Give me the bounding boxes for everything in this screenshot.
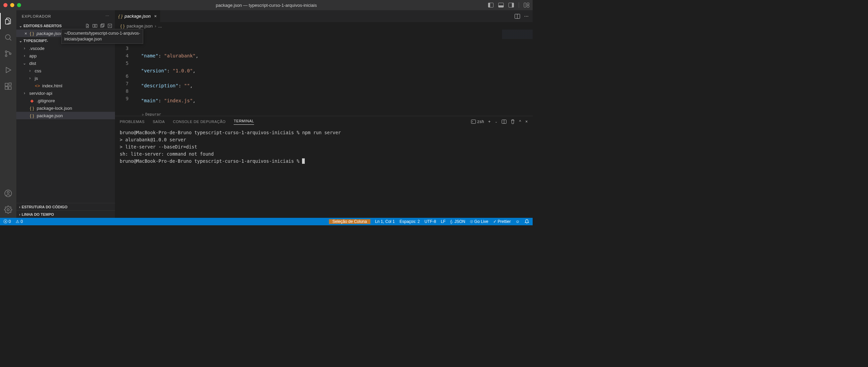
maximize-panel-icon[interactable]: ^ — [519, 119, 521, 124]
activity-extensions-icon[interactable] — [0, 78, 16, 94]
json-braces-icon: { } — [120, 23, 124, 29]
status-go-live[interactable]: ⦾ Go Live — [470, 219, 488, 224]
svg-rect-8 — [527, 5, 529, 7]
panel-tab-terminal[interactable]: TERMINAL — [234, 119, 254, 125]
panel-tab-output[interactable]: SAÍDA — [153, 120, 165, 124]
svg-rect-14 — [5, 87, 8, 89]
activity-debug-icon[interactable] — [0, 62, 16, 78]
toggle-layout-icon[interactable] — [93, 23, 97, 28]
svg-rect-15 — [9, 87, 11, 89]
tab-more-icon[interactable]: ⋯ — [524, 14, 529, 19]
kill-terminal-icon[interactable] — [511, 119, 515, 124]
svg-point-11 — [5, 55, 7, 57]
minimap[interactable] — [502, 30, 533, 116]
activity-bar — [0, 10, 16, 218]
open-file-label: package.json — [37, 31, 63, 36]
git-icon: ◆ — [29, 98, 35, 103]
file-package-json[interactable]: { }package.json — [16, 112, 115, 119]
activity-account-icon[interactable] — [0, 185, 16, 202]
window-close-icon[interactable] — [3, 3, 7, 7]
folder-js[interactable]: ›js — [16, 74, 115, 82]
window-zoom-icon[interactable] — [17, 3, 21, 7]
status-eol[interactable]: LF — [441, 219, 446, 224]
status-feedback-icon[interactable]: ☺ — [516, 219, 520, 224]
panel-tab-debug-console[interactable]: CONSOLE DE DEPURAÇÃO — [173, 120, 226, 124]
close-panel-icon[interactable]: × — [525, 119, 528, 124]
status-column-selection[interactable]: Seleção de Coluna — [329, 219, 370, 224]
activity-scm-icon[interactable] — [0, 46, 16, 62]
activity-settings-icon[interactable] — [0, 202, 16, 218]
panel-toggle-right-icon[interactable] — [508, 3, 514, 7]
window-title: package.json — typescript-curso-1-arquiv… — [216, 3, 317, 8]
svg-point-10 — [5, 51, 7, 53]
close-all-icon[interactable] — [107, 23, 112, 28]
svg-rect-16 — [9, 83, 11, 85]
save-all-icon[interactable] — [100, 23, 105, 28]
folder-css[interactable]: ›css — [16, 67, 115, 74]
outline-header[interactable]: ›ESTRUTURA DO CÓDIGO — [16, 203, 115, 210]
split-editor-icon[interactable] — [515, 14, 520, 19]
breadcrumb[interactable]: { } package.json › ... — [115, 22, 533, 30]
new-terminal-icon[interactable]: + — [488, 119, 491, 124]
code-content[interactable]: { "name": "alurabank", "version": "1.0.0… — [135, 30, 533, 116]
close-editor-icon[interactable]: × — [24, 31, 27, 36]
status-encoding[interactable]: UTF-8 — [424, 219, 436, 224]
terminal[interactable]: bruno@MacBook-Pro-de-Bruno typescript-cu… — [115, 127, 533, 218]
svg-point-12 — [10, 53, 11, 55]
new-file-icon[interactable] — [85, 23, 90, 28]
panel-toggle-left-icon[interactable] — [488, 3, 494, 7]
svg-point-19 — [7, 209, 9, 211]
svg-rect-22 — [101, 25, 103, 28]
status-prettier[interactable]: ✓ Prettier — [493, 219, 511, 224]
svg-rect-27 — [471, 120, 476, 124]
svg-rect-21 — [95, 24, 97, 28]
svg-rect-20 — [93, 24, 95, 28]
titlebar: package.json — typescript-curso-1-arquiv… — [0, 0, 533, 10]
sidebar: EXPLORADOR ⋯ ⌄ EDITORES ABERTOS × { } pa… — [16, 10, 115, 218]
activity-explorer-icon[interactable] — [0, 13, 16, 29]
svg-rect-23 — [101, 24, 104, 27]
tab-package-json[interactable]: { } package.json × — [115, 10, 161, 22]
status-bell-icon[interactable] — [524, 219, 529, 224]
file-gitignore[interactable]: ◆.gitignore — [16, 97, 115, 104]
editor[interactable]: 1 2 3 4 5 6 7 8 9 { "name": "alurabank",… — [115, 30, 533, 116]
terminal-shell-selector[interactable]: zsh — [471, 119, 484, 124]
svg-point-9 — [5, 35, 10, 39]
panel-toggle-bottom-icon[interactable] — [498, 3, 504, 7]
timeline-header[interactable]: ›LINHA DO TEMPO — [16, 210, 115, 218]
customize-layout-icon[interactable] — [524, 3, 529, 7]
status-warnings[interactable]: ⚠ 0 — [16, 219, 23, 224]
folder-servidor-api[interactable]: ›servidor-api — [16, 89, 115, 97]
statusbar: ⓧ 0 ⚠ 0 Seleção de Coluna Ln 1, Col 1 Es… — [0, 218, 533, 225]
panel: PROBLEMAS SAÍDA CONSOLE DE DEPURAÇÃO TER… — [115, 116, 533, 218]
terminal-dropdown-icon[interactable]: ⌄ — [495, 120, 498, 123]
open-editors-header[interactable]: ⌄ EDITORES ABERTOS — [16, 22, 115, 30]
split-terminal-icon[interactable] — [502, 120, 506, 124]
status-indentation[interactable]: Espaços: 2 — [400, 219, 420, 224]
close-tab-icon[interactable]: × — [154, 14, 157, 19]
svg-rect-1 — [488, 3, 490, 7]
json-braces-icon: { } — [29, 106, 35, 111]
status-language-mode[interactable]: {↓ JSON — [450, 219, 465, 224]
file-package-lock[interactable]: { }package-lock.json — [16, 104, 115, 112]
sidebar-more-icon[interactable]: ⋯ — [105, 14, 110, 18]
folder-vscode[interactable]: ›.vscode — [16, 45, 115, 52]
svg-rect-3 — [499, 5, 503, 7]
folder-dist[interactable]: ⌄dist — [16, 59, 115, 67]
activity-search-icon[interactable] — [0, 29, 16, 46]
file-index-html[interactable]: <>index.html — [16, 82, 115, 89]
panel-tab-problems[interactable]: PROBLEMAS — [120, 120, 145, 124]
svg-rect-7 — [527, 3, 529, 5]
svg-point-18 — [7, 191, 9, 193]
terminal-cursor — [302, 158, 305, 164]
status-errors[interactable]: ⓧ 0 — [3, 219, 11, 225]
folder-app[interactable]: ›app — [16, 52, 115, 59]
svg-rect-13 — [5, 83, 8, 86]
html-icon: <> — [35, 83, 40, 88]
status-cursor-position[interactable]: Ln 1, Col 1 — [375, 219, 395, 224]
tabs-bar: { } package.json × ⋯ — [115, 10, 533, 22]
debug-codelens[interactable]: ▷Depurar — [135, 112, 533, 116]
window-minimize-icon[interactable] — [10, 3, 14, 7]
json-braces-icon: { } — [29, 113, 35, 118]
svg-rect-6 — [524, 3, 526, 7]
